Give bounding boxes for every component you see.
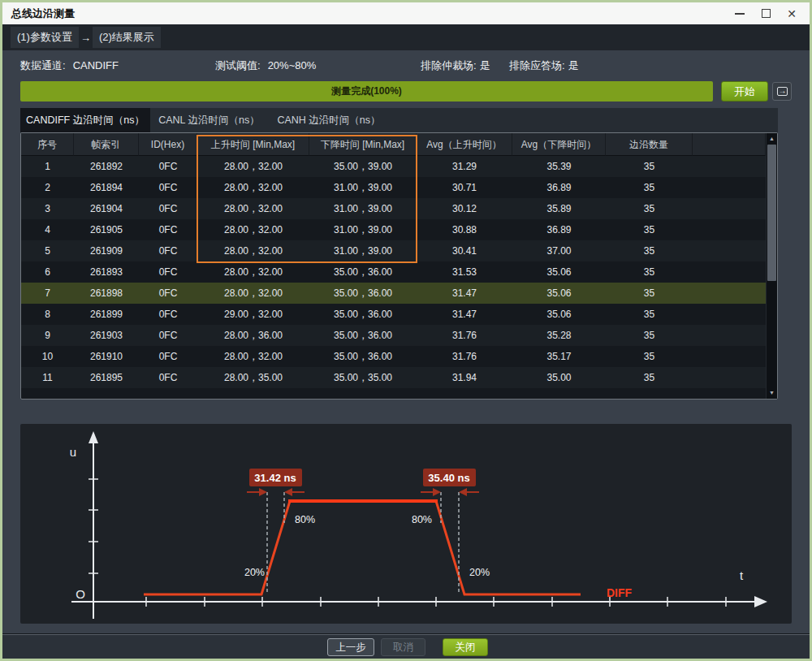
table-cell: 261893	[74, 261, 139, 283]
table-header-cell[interactable]: 边沿数量	[606, 133, 693, 156]
table-cell: 35.39	[512, 156, 606, 177]
table-cell: 1	[21, 156, 74, 177]
table-cell-empty	[693, 240, 766, 261]
minimize-button[interactable]	[727, 2, 753, 24]
table-cell: 261905	[74, 219, 139, 240]
table-cell: 35.28	[512, 325, 606, 346]
table-row[interactable]: 32619040FC28.00，32.0031.00，39.0030.1235.…	[21, 198, 766, 219]
table-header-cell[interactable]: Avg（上升时间）	[417, 133, 512, 156]
table-cell: 35.06	[512, 283, 606, 304]
table-cell: 35	[606, 346, 693, 367]
table-cell: 6	[21, 261, 74, 283]
export-button[interactable]: →	[772, 82, 792, 101]
table-cell: 30.12	[417, 198, 512, 219]
table-cell: 36.89	[512, 177, 606, 198]
table-cell: 31.53	[417, 261, 512, 283]
table-cell: 261904	[74, 198, 139, 219]
table-header-cell[interactable]: 帧索引	[74, 133, 139, 156]
table-cell: 35.00，36.00	[309, 346, 417, 367]
table-cell: 31.00，39.00	[309, 219, 417, 240]
param-data-channel: 数据通道:CANDIFF	[20, 50, 119, 81]
table-cell: 35	[606, 156, 693, 177]
maximize-button[interactable]	[753, 2, 779, 24]
table-header-cell[interactable]: 下降时间 [Min,Max]	[309, 133, 417, 156]
scrollbar-thumb[interactable]	[767, 145, 776, 281]
origin-label: O	[76, 587, 85, 601]
table-cell: 28.00，32.00	[197, 177, 309, 198]
close-button[interactable]: ✕	[779, 2, 805, 24]
table-row[interactable]: 102619100FC28.00，32.0035.00，36.0031.7635…	[21, 346, 766, 367]
tab-canl[interactable]: CANL 边沿时间（ns）	[150, 108, 268, 132]
table-cell: 35.00，35.00	[309, 367, 417, 388]
table-cell: 0FC	[139, 367, 197, 388]
scroll-down-icon[interactable]: ▼	[767, 387, 777, 398]
table-header-cell[interactable]: ID(Hex)	[139, 133, 197, 156]
param-label: 数据通道:	[20, 59, 66, 71]
param-exclude-ack: 排除应答场:是	[509, 50, 579, 81]
table-cell: 35.00，36.00	[309, 304, 417, 325]
table-cell: 0FC	[139, 346, 197, 367]
rise-20pct-label: 20%	[244, 567, 265, 578]
table-cell-empty	[693, 219, 766, 240]
table-cell: 31.00，39.00	[309, 198, 417, 219]
measurement-arrowheads	[259, 488, 467, 496]
table-cell: 35	[606, 325, 693, 346]
title-bar: 总线边沿测量 ✕	[2, 2, 810, 24]
table-cell: 31.76	[417, 325, 512, 346]
step-1-label: (1)参数设置	[11, 27, 79, 48]
table-cell: 0FC	[139, 156, 197, 177]
table-cell-empty	[693, 325, 766, 346]
param-label: 排除仲裁场:	[421, 59, 477, 71]
step-2-label: (2)结果展示	[93, 27, 161, 48]
table-cell-empty	[693, 261, 766, 283]
scroll-up-icon[interactable]: ▲	[767, 133, 777, 144]
table-header-cell[interactable]: 上升时间 [Min,Max]	[197, 133, 309, 156]
table-cell-empty	[693, 367, 766, 388]
table-cell: 28.00，32.00	[197, 261, 309, 283]
start-button[interactable]: 开始	[721, 81, 768, 102]
bus-edge-measurement-window: 总线边沿测量 ✕ (1)参数设置 → (2)结果展示 数据通道:CANDIFF …	[0, 0, 812, 661]
tab-candiff[interactable]: CANDIFF 边沿时间（ns）	[20, 108, 150, 132]
table-cell: 35.06	[512, 261, 606, 283]
table-row[interactable]: 82618990FC29.00，32.0035.00，36.0031.4735.…	[21, 304, 766, 325]
table-cell: 28.00，32.00	[197, 283, 309, 304]
table-cell: 35	[606, 219, 693, 240]
measurement-guides	[267, 492, 459, 594]
table-cell: 7	[21, 283, 74, 304]
table-cell: 28.00，32.00	[197, 156, 309, 177]
tab-canh[interactable]: CANH 边沿时间（ns）	[268, 108, 390, 132]
table-row[interactable]: 22618940FC28.00，32.0031.00，39.0030.7136.…	[21, 177, 766, 198]
table-cell: 35.06	[512, 304, 606, 325]
table-row[interactable]: 42619050FC28.00，32.0031.00，39.0030.8836.…	[21, 219, 766, 240]
table-cell: 35	[606, 283, 693, 304]
table-cell: 35.00，36.00	[309, 261, 417, 283]
table-row[interactable]: 12618920FC28.00，32.0035.00，39.0031.2935.…	[21, 156, 766, 177]
table-cell: 29.00，32.00	[197, 304, 309, 325]
table-cell: 0FC	[139, 261, 197, 283]
table-cell: 28.00，32.00	[197, 198, 309, 219]
close-dialog-button[interactable]: 关闭	[443, 638, 488, 656]
table-row[interactable]: 72618980FC28.00，32.0035.00，36.0031.4735.…	[21, 283, 766, 304]
table-row[interactable]: 62618930FC28.00，32.0035.00，36.0031.5335.…	[21, 261, 766, 283]
back-button[interactable]: 上一步	[327, 638, 374, 656]
table-header-cell[interactable]	[693, 133, 766, 156]
table-cell: 28.00，32.00	[197, 346, 309, 367]
parameter-summary: 数据通道:CANDIFF 测试阈值:20%~80% 排除仲裁场:是 排除应答场:…	[2, 50, 810, 81]
table-cell: 35	[606, 367, 693, 388]
table-cell: 35	[606, 240, 693, 261]
table-row[interactable]: 92619030FC28.00，36.0035.00，36.0031.7635.…	[21, 325, 766, 346]
table-header-cell[interactable]: Avg（下降时间）	[512, 133, 606, 156]
table-cell: 261909	[74, 240, 139, 261]
table-cell: 261899	[74, 304, 139, 325]
vertical-scrollbar[interactable]: ▲ ▼	[766, 133, 777, 399]
signal-name-label: DIFF	[607, 586, 633, 599]
table-header-cell[interactable]: 序号	[21, 133, 74, 156]
maximize-icon	[762, 9, 771, 18]
result-tabstrip: CANDIFF 边沿时间（ns） CANL 边沿时间（ns） CANH 边沿时间…	[20, 108, 778, 132]
table-row[interactable]: 52619090FC28.00，32.0031.00，39.0030.4137.…	[21, 240, 766, 261]
table-cell: 261892	[74, 156, 139, 177]
param-label: 排除应答场:	[509, 59, 565, 71]
table-row[interactable]: 112618950FC28.00，35.0035.00，35.0031.9435…	[21, 367, 766, 388]
window-controls: ✕	[727, 2, 805, 24]
param-value: 是	[568, 59, 579, 71]
